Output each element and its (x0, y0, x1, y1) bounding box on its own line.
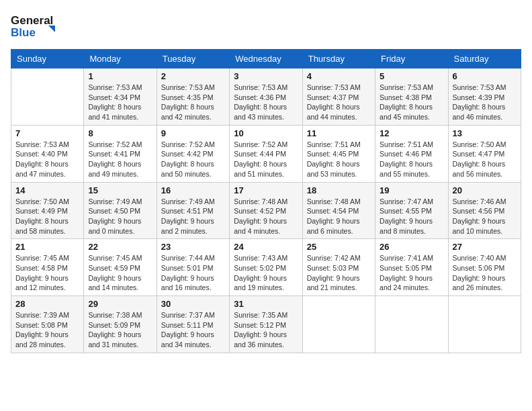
day-cell: 5Sunrise: 7:53 AM Sunset: 4:38 PM Daylig… (375, 68, 448, 126)
day-detail: Sunrise: 7:53 AM Sunset: 4:40 PM Dayligh… (15, 140, 79, 179)
day-cell: 14Sunrise: 7:50 AM Sunset: 4:49 PM Dayli… (11, 182, 84, 239)
day-number: 10 (234, 128, 298, 138)
day-number: 23 (161, 242, 225, 252)
day-cell (448, 296, 521, 353)
day-detail: Sunrise: 7:38 AM Sunset: 5:09 PM Dayligh… (88, 310, 152, 350)
day-cell: 31Sunrise: 7:35 AM Sunset: 5:12 PM Dayli… (230, 296, 302, 353)
header-row: SundayMondayTuesdayWednesdayThursdayFrid… (11, 50, 521, 68)
day-cell: 11Sunrise: 7:51 AM Sunset: 4:45 PM Dayli… (302, 125, 375, 182)
day-cell: 28Sunrise: 7:39 AM Sunset: 5:08 PM Dayli… (11, 296, 84, 353)
day-number: 17 (234, 185, 298, 195)
day-number: 16 (161, 185, 225, 195)
day-detail: Sunrise: 7:49 AM Sunset: 4:50 PM Dayligh… (88, 197, 152, 236)
column-header-tuesday: Tuesday (157, 50, 229, 68)
column-header-monday: Monday (84, 50, 157, 68)
day-detail: Sunrise: 7:51 AM Sunset: 4:46 PM Dayligh… (380, 140, 443, 179)
day-detail: Sunrise: 7:53 AM Sunset: 4:34 PM Dayligh… (88, 83, 152, 122)
day-detail: Sunrise: 7:53 AM Sunset: 4:35 PM Dayligh… (161, 83, 225, 122)
day-detail: Sunrise: 7:42 AM Sunset: 5:03 PM Dayligh… (307, 253, 371, 293)
day-number: 9 (161, 128, 225, 138)
day-number: 11 (307, 128, 371, 138)
day-detail: Sunrise: 7:53 AM Sunset: 4:36 PM Dayligh… (234, 83, 298, 122)
day-cell (302, 296, 375, 353)
calendar-table: SundayMondayTuesdayWednesdayThursdayFrid… (11, 49, 521, 353)
day-cell: 30Sunrise: 7:37 AM Sunset: 5:11 PM Dayli… (157, 296, 229, 353)
day-number: 26 (380, 242, 443, 252)
day-cell: 29Sunrise: 7:38 AM Sunset: 5:09 PM Dayli… (84, 296, 157, 353)
day-number: 15 (88, 185, 152, 195)
day-cell: 9Sunrise: 7:52 AM Sunset: 4:42 PM Daylig… (157, 125, 229, 182)
day-detail: Sunrise: 7:41 AM Sunset: 5:05 PM Dayligh… (380, 253, 443, 293)
day-cell: 25Sunrise: 7:42 AM Sunset: 5:03 PM Dayli… (302, 239, 375, 296)
day-number: 30 (161, 299, 225, 309)
day-number: 21 (15, 242, 79, 252)
day-cell (11, 68, 84, 126)
day-cell: 16Sunrise: 7:49 AM Sunset: 4:51 PM Dayli… (157, 182, 229, 239)
day-detail: Sunrise: 7:52 AM Sunset: 4:41 PM Dayligh… (88, 140, 152, 179)
day-detail: Sunrise: 7:51 AM Sunset: 4:45 PM Dayligh… (307, 140, 371, 179)
day-detail: Sunrise: 7:46 AM Sunset: 4:56 PM Dayligh… (453, 197, 517, 236)
day-detail: Sunrise: 7:45 AM Sunset: 4:59 PM Dayligh… (88, 253, 152, 293)
day-number: 1 (88, 71, 152, 81)
day-cell: 19Sunrise: 7:47 AM Sunset: 4:55 PM Dayli… (375, 182, 448, 239)
day-number: 28 (15, 299, 79, 309)
day-number: 2 (161, 71, 225, 81)
week-row-4: 21Sunrise: 7:45 AM Sunset: 4:58 PM Dayli… (11, 239, 521, 296)
day-number: 20 (453, 185, 517, 195)
day-number: 29 (88, 299, 152, 309)
day-cell: 23Sunrise: 7:44 AM Sunset: 5:01 PM Dayli… (157, 239, 229, 296)
column-header-thursday: Thursday (302, 50, 375, 68)
day-number: 31 (234, 299, 298, 309)
day-number: 18 (307, 185, 371, 195)
day-cell: 17Sunrise: 7:48 AM Sunset: 4:52 PM Dayli… (230, 182, 302, 239)
day-detail: Sunrise: 7:48 AM Sunset: 4:54 PM Dayligh… (307, 197, 371, 236)
day-number: 22 (88, 242, 152, 252)
day-number: 3 (234, 71, 298, 81)
day-cell: 26Sunrise: 7:41 AM Sunset: 5:05 PM Dayli… (375, 239, 448, 296)
day-cell: 27Sunrise: 7:40 AM Sunset: 5:06 PM Dayli… (448, 239, 521, 296)
day-detail: Sunrise: 7:35 AM Sunset: 5:12 PM Dayligh… (234, 310, 298, 350)
column-header-saturday: Saturday (448, 50, 521, 68)
logo-icon: GeneralBlue (11, 11, 64, 41)
day-cell: 4Sunrise: 7:53 AM Sunset: 4:37 PM Daylig… (302, 68, 375, 126)
day-cell: 15Sunrise: 7:49 AM Sunset: 4:50 PM Dayli… (84, 182, 157, 239)
svg-text:Blue: Blue (11, 26, 36, 39)
day-cell: 3Sunrise: 7:53 AM Sunset: 4:36 PM Daylig… (230, 68, 302, 126)
day-number: 4 (307, 71, 371, 81)
day-number: 24 (234, 242, 298, 252)
day-number: 6 (453, 71, 517, 81)
day-number: 19 (380, 185, 443, 195)
day-cell: 24Sunrise: 7:43 AM Sunset: 5:02 PM Dayli… (230, 239, 302, 296)
day-detail: Sunrise: 7:44 AM Sunset: 5:01 PM Dayligh… (161, 253, 225, 293)
day-cell (375, 296, 448, 353)
day-detail: Sunrise: 7:50 AM Sunset: 4:49 PM Dayligh… (15, 197, 79, 236)
day-cell: 7Sunrise: 7:53 AM Sunset: 4:40 PM Daylig… (11, 125, 84, 182)
day-detail: Sunrise: 7:53 AM Sunset: 4:38 PM Dayligh… (380, 83, 443, 122)
day-cell: 12Sunrise: 7:51 AM Sunset: 4:46 PM Dayli… (375, 125, 448, 182)
day-cell: 13Sunrise: 7:50 AM Sunset: 4:47 PM Dayli… (448, 125, 521, 182)
column-header-sunday: Sunday (11, 50, 84, 68)
day-cell: 21Sunrise: 7:45 AM Sunset: 4:58 PM Dayli… (11, 239, 84, 296)
column-header-friday: Friday (375, 50, 448, 68)
column-header-wednesday: Wednesday (230, 50, 302, 68)
day-number: 8 (88, 128, 152, 138)
day-cell: 1Sunrise: 7:53 AM Sunset: 4:34 PM Daylig… (84, 68, 157, 126)
day-cell: 6Sunrise: 7:53 AM Sunset: 4:39 PM Daylig… (448, 68, 521, 126)
svg-marker-2 (48, 26, 55, 32)
day-cell: 20Sunrise: 7:46 AM Sunset: 4:56 PM Dayli… (448, 182, 521, 239)
logo: GeneralBlue (11, 11, 64, 41)
day-detail: Sunrise: 7:50 AM Sunset: 4:47 PM Dayligh… (453, 140, 517, 179)
page-header: GeneralBlue (11, 11, 521, 41)
day-detail: Sunrise: 7:53 AM Sunset: 4:37 PM Dayligh… (307, 83, 371, 122)
svg-text:General: General (11, 14, 53, 27)
day-number: 5 (380, 71, 443, 81)
day-number: 12 (380, 128, 443, 138)
week-row-2: 7Sunrise: 7:53 AM Sunset: 4:40 PM Daylig… (11, 125, 521, 182)
day-cell: 18Sunrise: 7:48 AM Sunset: 4:54 PM Dayli… (302, 182, 375, 239)
day-number: 7 (15, 128, 79, 138)
day-detail: Sunrise: 7:52 AM Sunset: 4:42 PM Dayligh… (161, 140, 225, 179)
day-number: 13 (453, 128, 517, 138)
week-row-5: 28Sunrise: 7:39 AM Sunset: 5:08 PM Dayli… (11, 296, 521, 353)
day-cell: 2Sunrise: 7:53 AM Sunset: 4:35 PM Daylig… (157, 68, 229, 126)
day-detail: Sunrise: 7:39 AM Sunset: 5:08 PM Dayligh… (15, 310, 79, 350)
